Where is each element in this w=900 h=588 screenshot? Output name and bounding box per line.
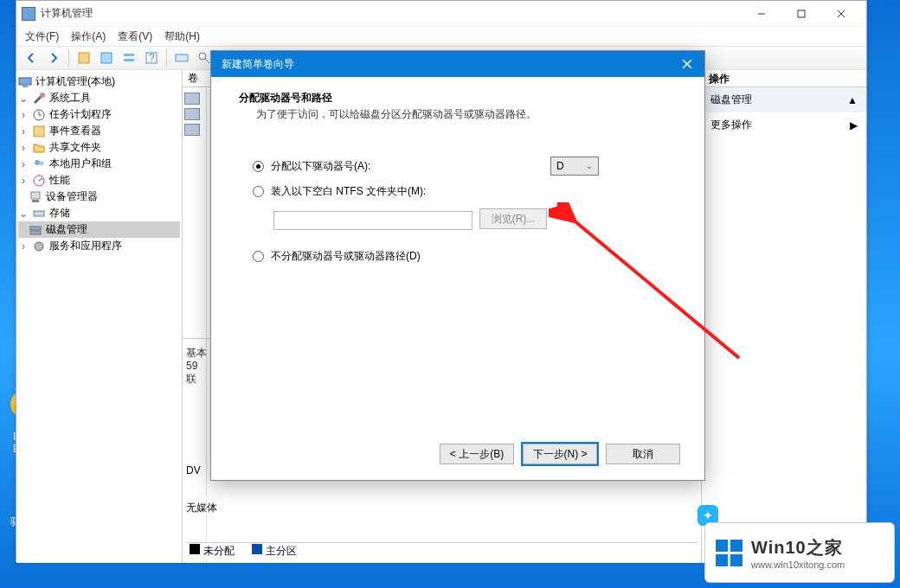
svg-rect-21 xyxy=(34,126,44,137)
dialog-close-button[interactable] xyxy=(670,51,704,77)
next-button[interactable]: 下一步(N) > xyxy=(523,444,597,464)
svg-rect-4 xyxy=(79,53,89,63)
toolbar-btn-1[interactable] xyxy=(74,48,93,67)
svg-rect-29 xyxy=(30,231,41,234)
dialog-title: 新建简单卷向导 xyxy=(222,57,294,72)
svg-rect-10 xyxy=(176,54,188,61)
cancel-button[interactable]: 取消 xyxy=(606,444,680,464)
clock-icon xyxy=(32,108,46,122)
no-media-label: 无媒体 xyxy=(186,501,217,515)
caret-right-icon: › xyxy=(18,159,29,169)
toolbar-btn-5[interactable] xyxy=(172,48,191,67)
tree-task-scheduler[interactable]: ›任务计划程序 xyxy=(18,106,180,123)
svg-rect-18 xyxy=(22,86,28,87)
window-title: 计算机管理 xyxy=(41,6,742,21)
new-simple-volume-wizard: 新建简单卷向导 分配驱动器号和路径 为了便于访问，可以给磁盘分区分配驱动器号或驱… xyxy=(210,50,705,481)
chevron-down-icon: ⌄ xyxy=(586,162,593,170)
svg-point-23 xyxy=(40,161,44,165)
tree-storage[interactable]: ⌄存储 xyxy=(18,205,180,221)
dvd-row[interactable]: DV xyxy=(186,464,201,476)
radio-mount-folder[interactable] xyxy=(253,186,264,197)
perf-icon xyxy=(32,174,46,188)
radio-assign-letter[interactable] xyxy=(253,161,264,172)
tree-system-tools[interactable]: ⌄系统工具 xyxy=(18,90,180,106)
browse-button[interactable]: 浏览(R)... xyxy=(479,208,547,229)
watermark: Win10之家 www.win10xitong.com xyxy=(704,522,895,583)
actions-panel: 操作 磁盘管理 ▲ 更多操作 ▶ xyxy=(702,70,866,563)
computer-icon xyxy=(18,75,32,89)
caret-right-icon: › xyxy=(18,143,29,153)
menu-action[interactable]: 操作(A) xyxy=(71,29,106,44)
svg-line-12 xyxy=(205,59,209,63)
disk-icon xyxy=(29,223,42,237)
volume-row-stub[interactable] xyxy=(184,108,200,120)
maximize-button[interactable] xyxy=(781,2,821,26)
caret-right-icon: › xyxy=(18,126,29,137)
tree-local-users[interactable]: ›本地用户和组 xyxy=(18,156,180,172)
opt-no-assign-label: 不分配驱动器号或驱动器路径(D) xyxy=(271,249,421,264)
services-icon xyxy=(32,240,46,253)
device-icon xyxy=(29,190,42,204)
windows-logo-icon xyxy=(716,540,742,566)
actions-header: 操作 xyxy=(702,70,866,87)
caret-right-icon: › xyxy=(18,241,29,252)
svg-rect-6 xyxy=(124,54,134,56)
caret-down-icon: ⌄ xyxy=(18,93,29,104)
svg-point-30 xyxy=(35,242,43,251)
drive-letter-value: D xyxy=(556,160,564,172)
tree-services[interactable]: ›服务和应用程序 xyxy=(18,238,180,254)
menu-file[interactable]: 文件(F) xyxy=(25,29,59,44)
back-button[interactable]: < 上一步(B) xyxy=(440,444,514,464)
back-button[interactable] xyxy=(22,48,41,67)
navigation-tree: 计算机管理(本地) ⌄系统工具 ›任务计划程序 ›事件查看器 ›共享文件夹 ›本… xyxy=(16,70,183,563)
drive-letter-dropdown[interactable]: D ⌄ xyxy=(550,157,599,176)
opt-mount-folder-label: 装入以下空白 NTFS 文件夹中(M): xyxy=(271,184,426,199)
dialog-titlebar[interactable]: 新建简单卷向导 xyxy=(211,51,704,77)
storage-icon xyxy=(32,207,46,220)
mount-path-input[interactable] xyxy=(273,211,472,230)
dialog-subheading: 为了便于访问，可以给磁盘分区分配驱动器号或驱动器路径。 xyxy=(256,107,680,122)
svg-rect-28 xyxy=(30,227,41,230)
svg-rect-7 xyxy=(124,59,134,61)
close-button[interactable] xyxy=(821,2,861,26)
minimize-button[interactable] xyxy=(742,2,781,26)
caret-right-icon: › xyxy=(18,110,29,120)
opt-assign-letter-label: 分配以下驱动器号(A): xyxy=(271,159,370,174)
tools-icon xyxy=(32,92,46,105)
titlebar[interactable]: 计算机管理 xyxy=(16,1,866,27)
caret-down-icon: ⌄ xyxy=(18,208,29,219)
menubar: 文件(F) 操作(A) 查看(V) 帮助(H) xyxy=(16,27,866,46)
svg-rect-27 xyxy=(34,211,44,216)
tree-performance[interactable]: ›性能 xyxy=(18,172,180,189)
menu-view[interactable]: 查看(V) xyxy=(118,29,152,44)
svg-rect-17 xyxy=(19,78,31,85)
volume-row-stub[interactable] xyxy=(184,93,200,105)
tree-device-manager[interactable]: 设备管理器 xyxy=(18,189,180,205)
actions-more[interactable]: 更多操作 ▶ xyxy=(702,112,866,137)
tree-disk-management[interactable]: 磁盘管理 xyxy=(18,221,180,238)
toolbar-btn-4[interactable]: ? xyxy=(142,48,161,67)
watermark-title: Win10之家 xyxy=(751,536,845,559)
svg-rect-26 xyxy=(32,200,39,202)
radio-no-assign[interactable] xyxy=(253,251,264,262)
chevron-right-icon: ▶ xyxy=(850,119,858,131)
svg-text:?: ? xyxy=(149,52,155,64)
toolbar-btn-2[interactable] xyxy=(97,48,116,67)
svg-point-22 xyxy=(35,160,40,165)
volume-row-stub[interactable] xyxy=(184,124,200,136)
event-icon xyxy=(32,125,46,138)
users-icon xyxy=(32,157,46,171)
svg-point-11 xyxy=(199,53,206,60)
caret-right-icon: › xyxy=(18,176,29,186)
svg-point-19 xyxy=(40,93,45,98)
disk-info: 基本 59 联 xyxy=(186,347,207,386)
menu-help[interactable]: 帮助(H) xyxy=(164,29,200,44)
tree-root[interactable]: 计算机管理(本地) xyxy=(18,74,180,90)
toolbar-btn-3[interactable] xyxy=(119,48,138,67)
actions-disk-mgmt[interactable]: 磁盘管理 ▲ xyxy=(702,87,866,112)
svg-rect-25 xyxy=(31,192,40,199)
tree-event-viewer[interactable]: ›事件查看器 xyxy=(18,123,180,139)
dialog-heading: 分配驱动器号和路径 xyxy=(239,91,680,105)
forward-button[interactable] xyxy=(44,48,63,67)
tree-shared-folders[interactable]: ›共享文件夹 xyxy=(18,139,180,156)
